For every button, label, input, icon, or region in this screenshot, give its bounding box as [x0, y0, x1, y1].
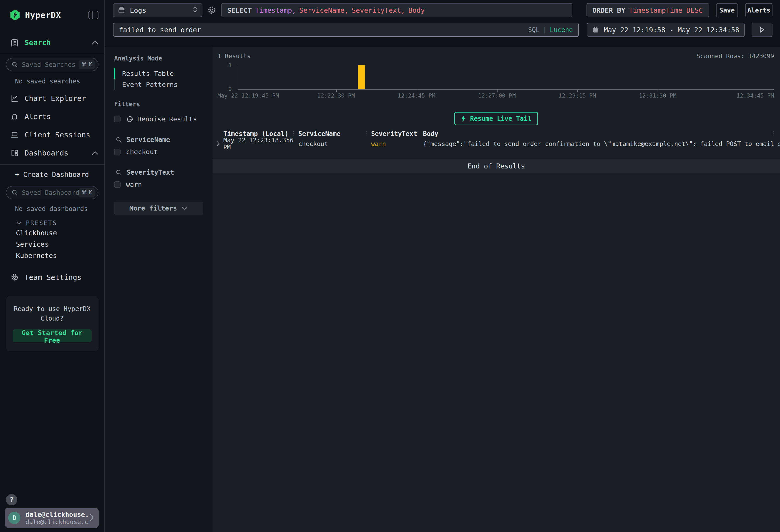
topbar-row-query: Logs SELECT Timestamp,: [113, 3, 773, 17]
language-sql-toggle[interactable]: SQL: [528, 26, 540, 34]
preset-item-services[interactable]: Services: [6, 239, 98, 249]
x-label: 12:31:30 PM: [639, 92, 677, 99]
mode-event-patterns[interactable]: Event Patterns: [114, 79, 203, 90]
order-by-input[interactable]: ORDER BY TimestampTime DESC: [586, 3, 709, 17]
avatar: D: [8, 512, 20, 524]
sidebar-item-alerts[interactable]: Alerts: [6, 111, 98, 123]
filter-group-name: SeverityText: [127, 168, 174, 176]
sidebar-item-dashboards[interactable]: Dashboards: [6, 147, 98, 159]
column-header[interactable]: ServiceName: [298, 130, 340, 138]
get-started-button[interactable]: Get Started for Free: [13, 329, 92, 342]
saved-dashboards-search[interactable]: ⌘ K: [6, 186, 98, 199]
sidebar-item-search[interactable]: Search: [6, 37, 98, 49]
logo-row: HyperDX: [6, 9, 98, 21]
sidebar-item-label: Team Settings: [25, 273, 82, 282]
denoise-results-option[interactable]: Denoise Results: [114, 115, 203, 123]
alerts-button[interactable]: Alerts: [745, 3, 773, 17]
column-header[interactable]: Timestamp (Local): [223, 130, 289, 138]
preset-item-kubernetes[interactable]: Kubernetes: [6, 250, 98, 260]
select-updown-icon: [193, 6, 198, 15]
denoise-checkbox[interactable]: [114, 116, 120, 122]
sidebar-item-label: Client Sessions: [25, 131, 90, 139]
filters-label: Filters: [114, 100, 203, 107]
language-separator: |: [543, 26, 547, 34]
saved-searches-search[interactable]: ⌘ K: [6, 58, 98, 71]
user-team: dale@clickhouse.com's: [26, 518, 89, 525]
x-label: May 22 12:19:45 PM: [217, 92, 279, 99]
user-meta: dale@clickhouse.com dale@clickhouse.com'…: [26, 511, 89, 525]
column-drag-handle-icon[interactable]: [292, 130, 294, 137]
no-saved-dashboards-note: No saved dashboards: [6, 205, 98, 212]
saved-dashboards-input[interactable]: [22, 189, 79, 196]
sidebar-item-client-sessions[interactable]: Client Sessions: [6, 129, 98, 141]
filter-group-severitytext: SeverityText warn: [114, 168, 203, 189]
help-button[interactable]: ?: [6, 494, 17, 505]
sidebar: HyperDX Search ⌘ K No saved searches: [0, 0, 105, 532]
sql-keyword: SELECT: [227, 6, 252, 14]
filter-checkbox[interactable]: [114, 182, 120, 188]
sidebar-item-team-settings[interactable]: Team Settings: [6, 272, 98, 283]
user-email: dale@clickhouse.com: [26, 511, 89, 518]
resume-live-tail-button[interactable]: Resume Live Tail: [454, 112, 538, 125]
sql-column: ServiceName,: [299, 6, 349, 14]
search-query-box[interactable]: SQL | Lucene: [113, 23, 579, 37]
column-drag-handle-icon[interactable]: [417, 130, 419, 137]
filter-group-servicename: ServiceName checkout: [114, 136, 203, 156]
x-label: 12:29:15 PM: [558, 92, 596, 99]
table-options-icon[interactable]: [772, 130, 774, 137]
source-select[interactable]: Logs: [113, 3, 202, 17]
histogram-bar-warn[interactable]: [358, 65, 365, 89]
chevron-down-icon: [182, 206, 188, 210]
sql-column: Timestamp,: [255, 6, 296, 14]
source-settings-button[interactable]: [206, 4, 217, 16]
column-drag-handle-icon[interactable]: [365, 130, 367, 137]
run-query-button[interactable]: [751, 23, 773, 37]
app-root: HyperDX Search ⌘ K No saved searches: [0, 0, 780, 532]
filter-group-header[interactable]: SeverityText: [114, 168, 203, 176]
histogram-plot: 1 0: [238, 65, 774, 90]
saved-searches-input[interactable]: [22, 61, 79, 68]
create-dashboard-label: + Create Dashboard: [15, 171, 89, 179]
mode-results-table[interactable]: Results Table: [114, 68, 203, 79]
scanned-rows: Scanned Rows: 1423099: [696, 52, 774, 59]
preset-label: Services: [16, 240, 49, 248]
no-saved-searches-note: No saved searches: [6, 78, 98, 84]
user-menu[interactable]: D dale@clickhouse.com dale@clickhouse.co…: [5, 508, 99, 528]
search-icon: [115, 169, 122, 176]
divider: [0, 53, 104, 53]
more-filters-button[interactable]: More filters: [114, 202, 203, 215]
save-button[interactable]: Save: [716, 3, 738, 17]
language-lucene-toggle[interactable]: Lucene: [550, 26, 573, 34]
search-icon: [115, 136, 122, 143]
sidebar-item-chart-explorer[interactable]: Chart Explorer: [6, 93, 98, 104]
chevron-up-icon[interactable]: [92, 151, 98, 155]
topbar-row-search: SQL | Lucene May 22 12:19:58 - May 22 12…: [113, 23, 773, 37]
filter-option-checkout[interactable]: checkout: [114, 148, 203, 156]
sidebar-item-label: Chart Explorer: [25, 94, 86, 103]
live-tail-row: Resume Live Tail: [212, 112, 780, 125]
sql-column: SeverityText,: [352, 6, 405, 14]
presets-toggle[interactable]: PRESETS: [6, 220, 98, 227]
presets-label: PRESETS: [26, 220, 57, 227]
column-header[interactable]: SeverityText: [371, 130, 417, 138]
select-clause-input[interactable]: SELECT Timestamp, ServiceName, SeverityT…: [221, 3, 572, 17]
chevron-up-icon[interactable]: [92, 41, 98, 45]
cell-severity: warn: [371, 140, 423, 147]
filter-option-warn[interactable]: warn: [114, 181, 203, 189]
table-row[interactable]: May 22 12:23:18.356 PM checkout warn {"m…: [212, 139, 780, 148]
filter-group-header[interactable]: ServiceName: [114, 136, 203, 143]
create-dashboard-button[interactable]: + Create Dashboard: [6, 169, 98, 180]
preset-item-clickhouse[interactable]: Clickhouse: [6, 228, 98, 238]
sql-expression: TimestampTime DESC: [629, 6, 703, 14]
results-table: Timestamp (Local) ServiceName: [212, 129, 780, 148]
filter-checkbox[interactable]: [114, 149, 120, 155]
column-header[interactable]: Body: [423, 130, 438, 138]
row-expand-icon[interactable]: [212, 141, 223, 147]
filters-panel: Analysis Mode Results Table Event Patter…: [105, 47, 212, 532]
sidebar-item-label: Alerts: [25, 112, 51, 121]
filter-option-label: checkout: [126, 148, 158, 156]
time-range-picker[interactable]: May 22 12:19:58 - May 22 12:34:58: [587, 23, 745, 37]
search-query-input[interactable]: [119, 26, 528, 34]
results-histogram[interactable]: 1 0 May 22 12:19:45 PM 12:22:30 PM 12:2: [212, 59, 774, 100]
sidebar-collapse-icon[interactable]: [89, 11, 98, 19]
